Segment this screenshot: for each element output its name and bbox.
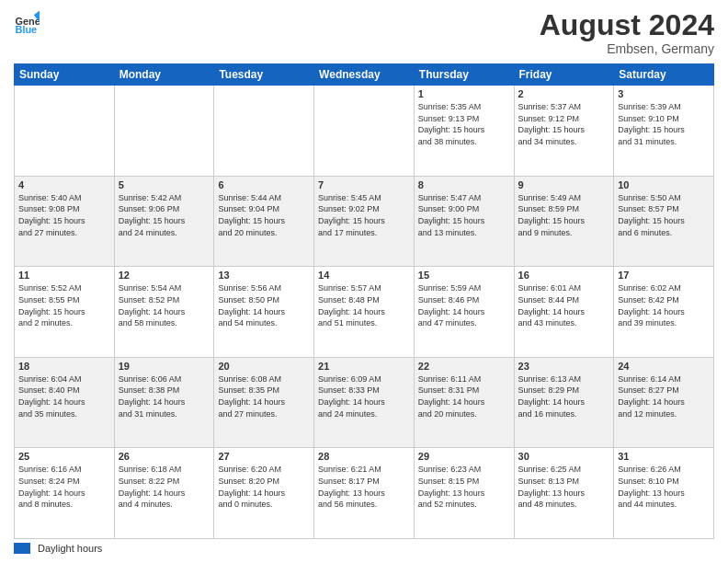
day-info: Sunrise: 5:47 AM Sunset: 9:00 PM Dayligh… bbox=[418, 192, 510, 238]
calendar-cell: 28Sunrise: 6:21 AM Sunset: 8:17 PM Dayli… bbox=[314, 448, 415, 539]
day-number: 7 bbox=[318, 179, 410, 190]
day-info: Sunrise: 6:01 AM Sunset: 8:44 PM Dayligh… bbox=[518, 282, 610, 328]
day-info: Sunrise: 5:45 AM Sunset: 9:02 PM Dayligh… bbox=[318, 192, 410, 238]
calendar-cell: 31Sunrise: 6:26 AM Sunset: 8:10 PM Dayli… bbox=[614, 448, 714, 539]
calendar-table: Sunday Monday Tuesday Wednesday Thursday… bbox=[14, 63, 714, 539]
calendar-cell: 7Sunrise: 5:45 AM Sunset: 9:02 PM Daylig… bbox=[314, 176, 415, 267]
calendar-cell: 4Sunrise: 5:40 AM Sunset: 9:08 PM Daylig… bbox=[15, 176, 115, 267]
calendar-cell: 3Sunrise: 5:39 AM Sunset: 9:10 PM Daylig… bbox=[614, 86, 714, 177]
calendar-cell: 29Sunrise: 6:23 AM Sunset: 8:15 PM Dayli… bbox=[414, 448, 514, 539]
header: General Blue August 2024 Embsen, Germany bbox=[14, 9, 714, 56]
day-number: 3 bbox=[618, 88, 710, 99]
calendar-cell: 8Sunrise: 5:47 AM Sunset: 9:00 PM Daylig… bbox=[414, 176, 514, 267]
svg-text:Blue: Blue bbox=[16, 24, 38, 35]
calendar-cell: 25Sunrise: 6:16 AM Sunset: 8:24 PM Dayli… bbox=[15, 448, 115, 539]
header-wednesday: Wednesday bbox=[314, 64, 415, 86]
day-number: 12 bbox=[119, 270, 210, 281]
day-info: Sunrise: 5:37 AM Sunset: 9:12 PM Dayligh… bbox=[518, 101, 610, 147]
calendar-cell: 14Sunrise: 5:57 AM Sunset: 8:48 PM Dayli… bbox=[314, 267, 415, 358]
day-number: 19 bbox=[119, 361, 210, 372]
day-info: Sunrise: 5:49 AM Sunset: 8:59 PM Dayligh… bbox=[518, 192, 610, 238]
day-info: Sunrise: 6:14 AM Sunset: 8:27 PM Dayligh… bbox=[618, 373, 710, 419]
day-number: 27 bbox=[218, 451, 310, 462]
calendar-cell: 23Sunrise: 6:13 AM Sunset: 8:29 PM Dayli… bbox=[514, 357, 614, 448]
day-info: Sunrise: 6:26 AM Sunset: 8:10 PM Dayligh… bbox=[618, 464, 710, 510]
title-block: August 2024 Embsen, Germany bbox=[540, 9, 714, 56]
calendar-cell bbox=[15, 86, 115, 177]
day-info: Sunrise: 5:54 AM Sunset: 8:52 PM Dayligh… bbox=[119, 282, 210, 328]
logo: General Blue bbox=[14, 9, 40, 35]
calendar-cell: 9Sunrise: 5:49 AM Sunset: 8:59 PM Daylig… bbox=[514, 176, 614, 267]
calendar-cell: 1Sunrise: 5:35 AM Sunset: 9:13 PM Daylig… bbox=[414, 86, 514, 177]
calendar-cell: 19Sunrise: 6:06 AM Sunset: 8:38 PM Dayli… bbox=[114, 357, 214, 448]
calendar-cell bbox=[114, 86, 214, 177]
calendar-cell: 21Sunrise: 6:09 AM Sunset: 8:33 PM Dayli… bbox=[314, 357, 415, 448]
day-number: 20 bbox=[218, 361, 310, 372]
day-number: 8 bbox=[418, 179, 510, 190]
day-number: 17 bbox=[618, 270, 710, 281]
day-info: Sunrise: 6:08 AM Sunset: 8:35 PM Dayligh… bbox=[218, 373, 310, 419]
day-info: Sunrise: 6:09 AM Sunset: 8:33 PM Dayligh… bbox=[318, 373, 410, 419]
header-tuesday: Tuesday bbox=[214, 64, 314, 86]
calendar-cell: 2Sunrise: 5:37 AM Sunset: 9:12 PM Daylig… bbox=[514, 86, 614, 177]
calendar-cell: 12Sunrise: 5:54 AM Sunset: 8:52 PM Dayli… bbox=[114, 267, 214, 358]
calendar-cell: 5Sunrise: 5:42 AM Sunset: 9:06 PM Daylig… bbox=[114, 176, 214, 267]
day-number: 31 bbox=[618, 451, 710, 462]
day-info: Sunrise: 6:11 AM Sunset: 8:31 PM Dayligh… bbox=[418, 373, 510, 419]
day-number: 9 bbox=[518, 179, 610, 190]
week-row-1: 4Sunrise: 5:40 AM Sunset: 9:08 PM Daylig… bbox=[15, 176, 714, 267]
header-saturday: Saturday bbox=[614, 64, 714, 86]
day-info: Sunrise: 6:06 AM Sunset: 8:38 PM Dayligh… bbox=[119, 373, 210, 419]
weekday-header-row: Sunday Monday Tuesday Wednesday Thursday… bbox=[15, 64, 714, 86]
day-number: 4 bbox=[18, 179, 110, 190]
day-number: 16 bbox=[518, 270, 610, 281]
day-number: 29 bbox=[418, 451, 510, 462]
day-number: 18 bbox=[18, 361, 110, 372]
day-info: Sunrise: 5:59 AM Sunset: 8:46 PM Dayligh… bbox=[418, 282, 510, 328]
legend-label: Daylight hours bbox=[38, 543, 102, 554]
day-info: Sunrise: 5:40 AM Sunset: 9:08 PM Dayligh… bbox=[18, 192, 110, 238]
calendar-cell: 18Sunrise: 6:04 AM Sunset: 8:40 PM Dayli… bbox=[15, 357, 115, 448]
legend-color-box bbox=[14, 543, 30, 554]
day-info: Sunrise: 6:18 AM Sunset: 8:22 PM Dayligh… bbox=[119, 464, 210, 510]
day-number: 21 bbox=[318, 361, 410, 372]
day-info: Sunrise: 5:50 AM Sunset: 8:57 PM Dayligh… bbox=[618, 192, 710, 238]
day-number: 30 bbox=[518, 451, 610, 462]
header-friday: Friday bbox=[514, 64, 614, 86]
day-info: Sunrise: 6:04 AM Sunset: 8:40 PM Dayligh… bbox=[18, 373, 110, 419]
day-info: Sunrise: 6:13 AM Sunset: 8:29 PM Dayligh… bbox=[518, 373, 610, 419]
calendar-cell: 17Sunrise: 6:02 AM Sunset: 8:42 PM Dayli… bbox=[614, 267, 714, 358]
calendar-cell: 22Sunrise: 6:11 AM Sunset: 8:31 PM Dayli… bbox=[414, 357, 514, 448]
day-number: 5 bbox=[119, 179, 210, 190]
calendar-cell: 20Sunrise: 6:08 AM Sunset: 8:35 PM Dayli… bbox=[214, 357, 314, 448]
day-number: 6 bbox=[218, 179, 310, 190]
calendar-cell: 26Sunrise: 6:18 AM Sunset: 8:22 PM Dayli… bbox=[114, 448, 214, 539]
day-number: 25 bbox=[18, 451, 110, 462]
calendar-cell: 15Sunrise: 5:59 AM Sunset: 8:46 PM Dayli… bbox=[414, 267, 514, 358]
day-info: Sunrise: 5:39 AM Sunset: 9:10 PM Dayligh… bbox=[618, 101, 710, 147]
day-info: Sunrise: 6:21 AM Sunset: 8:17 PM Dayligh… bbox=[318, 464, 410, 510]
day-number: 14 bbox=[318, 270, 410, 281]
calendar-cell: 11Sunrise: 5:52 AM Sunset: 8:55 PM Dayli… bbox=[15, 267, 115, 358]
day-info: Sunrise: 5:52 AM Sunset: 8:55 PM Dayligh… bbox=[18, 282, 110, 328]
day-number: 28 bbox=[318, 451, 410, 462]
calendar-cell: 16Sunrise: 6:01 AM Sunset: 8:44 PM Dayli… bbox=[514, 267, 614, 358]
week-row-0: 1Sunrise: 5:35 AM Sunset: 9:13 PM Daylig… bbox=[15, 86, 714, 177]
calendar-cell: 24Sunrise: 6:14 AM Sunset: 8:27 PM Dayli… bbox=[614, 357, 714, 448]
week-row-4: 25Sunrise: 6:16 AM Sunset: 8:24 PM Dayli… bbox=[15, 448, 714, 539]
day-info: Sunrise: 6:02 AM Sunset: 8:42 PM Dayligh… bbox=[618, 282, 710, 328]
calendar-cell bbox=[314, 86, 415, 177]
calendar-cell: 10Sunrise: 5:50 AM Sunset: 8:57 PM Dayli… bbox=[614, 176, 714, 267]
day-info: Sunrise: 5:57 AM Sunset: 8:48 PM Dayligh… bbox=[318, 282, 410, 328]
day-info: Sunrise: 6:20 AM Sunset: 8:20 PM Dayligh… bbox=[218, 464, 310, 510]
day-number: 2 bbox=[518, 88, 610, 99]
header-sunday: Sunday bbox=[15, 64, 115, 86]
day-number: 26 bbox=[119, 451, 210, 462]
week-row-2: 11Sunrise: 5:52 AM Sunset: 8:55 PM Dayli… bbox=[15, 267, 714, 358]
day-info: Sunrise: 6:16 AM Sunset: 8:24 PM Dayligh… bbox=[18, 464, 110, 510]
day-number: 13 bbox=[218, 270, 310, 281]
header-thursday: Thursday bbox=[414, 64, 514, 86]
location: Embsen, Germany bbox=[540, 41, 714, 56]
footer: Daylight hours bbox=[14, 543, 714, 554]
month-title: August 2024 bbox=[540, 9, 714, 41]
